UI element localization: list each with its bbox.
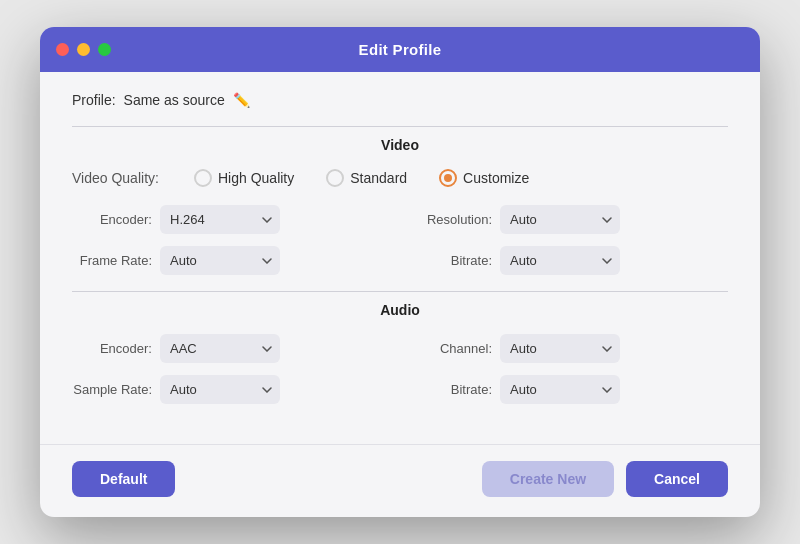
frame-rate-field: Frame Rate: Auto 24fps 30fps 60fps (72, 246, 388, 275)
audio-section-title: Audio (72, 302, 728, 318)
quality-high-label: High Quality (218, 170, 294, 186)
video-section-title: Video (72, 137, 728, 153)
audio-bitrate-field: Bitrate: Auto 128kbps 256kbps 320kbps (412, 375, 728, 404)
audio-bitrate-label: Bitrate: (412, 382, 492, 397)
resolution-field: Resolution: Auto 1080p 720p 480p (412, 205, 728, 234)
audio-encoder-label: Encoder: (72, 341, 152, 356)
channel-select[interactable]: Auto Mono Stereo (500, 334, 620, 363)
maximize-button[interactable] (98, 43, 111, 56)
audio-divider (72, 291, 728, 292)
sample-rate-label: Sample Rate: (72, 382, 152, 397)
video-bitrate-select[interactable]: Auto High Medium Low (500, 246, 620, 275)
radio-customize[interactable] (439, 169, 457, 187)
encoder-select[interactable]: H.264 H.265 MPEG-4 (160, 205, 280, 234)
radio-standard[interactable] (326, 169, 344, 187)
edit-icon[interactable]: ✏️ (233, 92, 250, 108)
footer: Default Create New Cancel (40, 444, 760, 517)
create-new-button[interactable]: Create New (482, 461, 614, 497)
quality-label: Video Quality: (72, 170, 162, 186)
audio-encoder-field: Encoder: AAC MP3 FLAC (72, 334, 388, 363)
audio-fields: Encoder: AAC MP3 FLAC Channel: Auto Mono… (72, 334, 728, 404)
quality-high[interactable]: High Quality (194, 169, 294, 187)
audio-bitrate-select[interactable]: Auto 128kbps 256kbps 320kbps (500, 375, 620, 404)
quality-standard-label: Standard (350, 170, 407, 186)
profile-label: Profile: (72, 92, 116, 108)
close-button[interactable] (56, 43, 69, 56)
titlebar: Edit Profile (40, 27, 760, 72)
default-button[interactable]: Default (72, 461, 175, 497)
quality-customize[interactable]: Customize (439, 169, 529, 187)
dialog-title: Edit Profile (359, 41, 442, 58)
resolution-select[interactable]: Auto 1080p 720p 480p (500, 205, 620, 234)
profile-row: Profile: Same as source ✏️ (72, 92, 728, 108)
channel-label: Channel: (412, 341, 492, 356)
sample-rate-field: Sample Rate: Auto 44100Hz 48000Hz (72, 375, 388, 404)
edit-profile-dialog: Edit Profile Profile: Same as source ✏️ … (40, 27, 760, 517)
radio-high-quality[interactable] (194, 169, 212, 187)
quality-row: Video Quality: High Quality Standard Cus… (72, 169, 728, 187)
footer-right: Create New Cancel (482, 461, 728, 497)
video-bitrate-field: Bitrate: Auto High Medium Low (412, 246, 728, 275)
encoder-field: Encoder: H.264 H.265 MPEG-4 (72, 205, 388, 234)
resolution-label: Resolution: (412, 212, 492, 227)
cancel-button[interactable]: Cancel (626, 461, 728, 497)
channel-field: Channel: Auto Mono Stereo (412, 334, 728, 363)
profile-value: Same as source (124, 92, 225, 108)
audio-encoder-select[interactable]: AAC MP3 FLAC (160, 334, 280, 363)
video-divider (72, 126, 728, 127)
traffic-lights (56, 43, 111, 56)
video-fields: Encoder: H.264 H.265 MPEG-4 Resolution: … (72, 205, 728, 275)
frame-rate-label: Frame Rate: (72, 253, 152, 268)
dialog-content: Profile: Same as source ✏️ Video Video Q… (40, 72, 760, 436)
quality-standard[interactable]: Standard (326, 169, 407, 187)
video-bitrate-label: Bitrate: (412, 253, 492, 268)
frame-rate-select[interactable]: Auto 24fps 30fps 60fps (160, 246, 280, 275)
audio-section: Audio Encoder: AAC MP3 FLAC Channel: Aut… (72, 291, 728, 404)
minimize-button[interactable] (77, 43, 90, 56)
quality-customize-label: Customize (463, 170, 529, 186)
sample-rate-select[interactable]: Auto 44100Hz 48000Hz (160, 375, 280, 404)
encoder-label: Encoder: (72, 212, 152, 227)
